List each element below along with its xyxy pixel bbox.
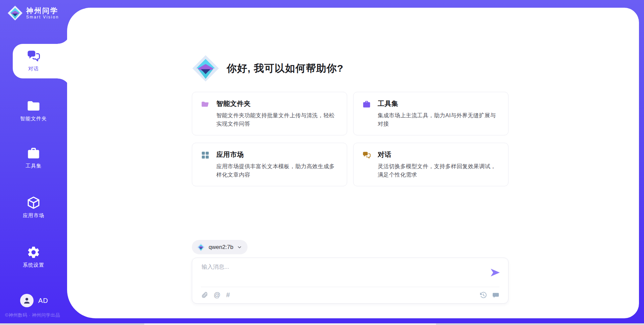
cube-icon: [26, 196, 41, 210]
mention-icon[interactable]: @: [214, 291, 220, 299]
message-input[interactable]: [201, 263, 477, 271]
sidebar-item-chat[interactable]: 对话: [0, 49, 67, 72]
horizontal-scrollbar[interactable]: [0, 323, 644, 325]
history-icon[interactable]: [480, 291, 487, 299]
sidebar: 神州问学 Smart Vision 对话 智能文件夹 工具集: [0, 0, 67, 325]
app-name: 神州问学: [26, 7, 59, 15]
sidebar-item-label: 智能文件夹: [20, 116, 47, 122]
send-icon[interactable]: [491, 268, 500, 277]
avatar: [20, 294, 34, 307]
folder-icon: [26, 99, 41, 113]
gear-icon: [26, 245, 41, 259]
card-description: 灵活切换多模型文件，支持多样回复效果调试，满足个性化需求: [378, 162, 499, 179]
sidebar-item-settings[interactable]: 系统设置: [0, 245, 67, 268]
card-smart-folder[interactable]: 智能文件夹 智能文件夹功能支持批量文件上传与清洗，轻松实现文件问答: [192, 92, 347, 135]
diamond-logo-icon: [192, 55, 219, 82]
sidebar-item-smart-folder[interactable]: 智能文件夹: [0, 99, 67, 122]
card-title: 对话: [378, 150, 499, 159]
feature-cards: 智能文件夹 智能文件夹功能支持批量文件上传与清洗，轻松实现文件问答 工具集 集成…: [192, 92, 508, 186]
card-toolbox[interactable]: 工具集 集成市场上主流工具，助力AI与外界无缝扩展与对接: [353, 92, 508, 135]
diamond-logo-icon: [197, 243, 205, 252]
greeting-title: 你好, 我可以如何帮助你?: [227, 62, 343, 75]
card-title: 应用市场: [216, 150, 338, 159]
scrollbar-thumb[interactable]: [144, 323, 436, 325]
model-name: qwen2:7b: [209, 244, 233, 251]
feedback-bubble-icon[interactable]: [492, 291, 499, 299]
chevron-down-icon: [237, 245, 242, 250]
chat-bubbles-icon: [26, 49, 41, 63]
composer-right-actions: [480, 291, 499, 299]
app-logo: 神州问学 Smart Vision: [7, 5, 59, 21]
main-panel: 你好, 我可以如何帮助你? 智能文件夹 智能文件夹功能支持批量文件上传与清洗，轻…: [67, 8, 639, 318]
sidebar-item-label: 工具集: [25, 163, 42, 169]
user-initials: AD: [38, 297, 48, 305]
composer-divider: [201, 287, 499, 287]
sidebar-item-app-market[interactable]: 应用市场: [0, 196, 67, 219]
chat-home-content: 你好, 我可以如何帮助你? 智能文件夹 智能文件夹功能支持批量文件上传与清洗，轻…: [192, 8, 508, 318]
card-title: 工具集: [378, 99, 499, 108]
model-selector[interactable]: qwen2:7b: [192, 240, 248, 254]
composer-toolbar: @ #: [201, 291, 230, 299]
topic-icon[interactable]: #: [226, 291, 230, 299]
card-chat[interactable]: 对话 灵活切换多模型文件，支持多样回复效果调试，满足个性化需求: [353, 143, 508, 186]
person-icon: [23, 297, 31, 305]
toolbox-icon: [362, 100, 371, 109]
app-tagline: Smart Vision: [26, 15, 59, 20]
folder-icon: [201, 100, 210, 109]
message-composer: @ #: [192, 258, 508, 304]
card-description: 智能文件夹功能支持批量文件上传与清洗，轻松实现文件问答: [216, 111, 338, 128]
card-description: 集成市场上主流工具，助力AI与外界无缝扩展与对接: [378, 111, 499, 128]
greeting-hero: 你好, 我可以如何帮助你?: [192, 55, 343, 82]
sidebar-item-label: 对话: [28, 66, 39, 72]
card-title: 智能文件夹: [216, 99, 338, 108]
card-description: 应用市场提供丰富长文本模板，助力高效生成多样化文章内容: [216, 162, 338, 179]
grid-icon: [201, 151, 210, 159]
card-app-market[interactable]: 应用市场 应用市场提供丰富长文本模板，助力高效生成多样化文章内容: [192, 143, 347, 186]
sidebar-item-label: 应用市场: [23, 212, 44, 219]
copyright-text: ©神州数码 · 神州问学出品: [5, 312, 60, 318]
sidebar-item-label: 系统设置: [23, 262, 44, 268]
toolbox-icon: [26, 146, 41, 160]
diamond-logo-icon: [7, 5, 23, 21]
chat-bubbles-icon: [362, 151, 371, 159]
paperclip-icon[interactable]: [201, 291, 208, 299]
sidebar-item-toolbox[interactable]: 工具集: [0, 146, 67, 169]
user-account[interactable]: AD: [20, 294, 48, 307]
